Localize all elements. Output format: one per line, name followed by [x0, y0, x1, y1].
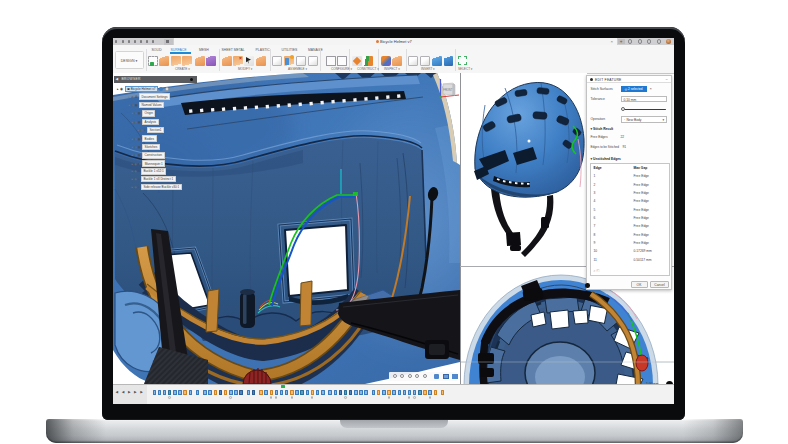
svg-text:FRONT: FRONT: [443, 88, 452, 92]
